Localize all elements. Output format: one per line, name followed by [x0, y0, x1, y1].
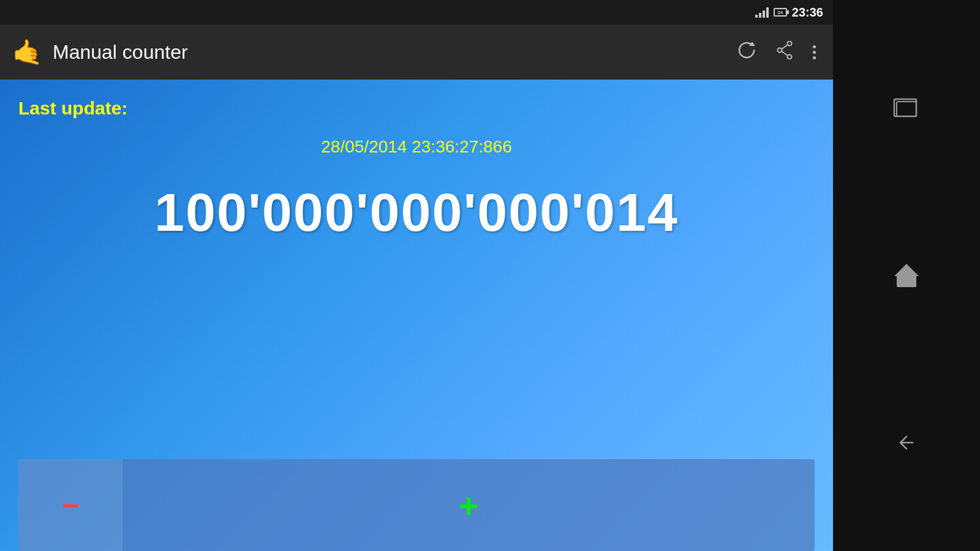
app-title: Manual counter: [53, 41, 722, 64]
recent-apps-button[interactable]: [888, 90, 925, 127]
counter-display: 100'000'000'000'014: [18, 181, 815, 459]
refresh-button[interactable]: [732, 36, 761, 69]
timestamp: 28/05/2014 23:36:27:866: [18, 137, 815, 157]
decrement-button[interactable]: −: [18, 459, 123, 551]
last-update-label: Last update:: [18, 98, 815, 119]
share-button[interactable]: [771, 36, 798, 69]
battery-icon: 24: [774, 8, 787, 17]
signal-bars: [755, 7, 769, 18]
svg-point-3: [778, 48, 782, 52]
svg-point-2: [788, 54, 792, 59]
back-button[interactable]: [888, 424, 925, 461]
home-icon: [894, 264, 919, 287]
main-content: Last update: 28/05/2014 23:36:27:866 100…: [0, 80, 833, 551]
battery-level: 24: [777, 10, 783, 15]
bottom-buttons: − +: [18, 459, 815, 551]
nav-bar: [833, 0, 980, 551]
svg-point-1: [788, 41, 792, 45]
app-icon: 🤙: [12, 38, 43, 67]
status-bar: 24 23:36: [0, 0, 833, 24]
decrement-icon: −: [62, 489, 79, 522]
app-bar: 🤙 Manual counter: [0, 24, 833, 80]
status-time: 23:36: [792, 6, 823, 20]
three-dots-icon: [813, 45, 816, 59]
svg-rect-7: [897, 102, 916, 116]
svg-line-5: [782, 51, 788, 56]
increment-icon: +: [459, 485, 479, 525]
increment-button[interactable]: +: [123, 459, 815, 551]
more-options-button[interactable]: [808, 40, 821, 64]
svg-line-4: [782, 45, 788, 49]
home-button[interactable]: [888, 257, 925, 294]
